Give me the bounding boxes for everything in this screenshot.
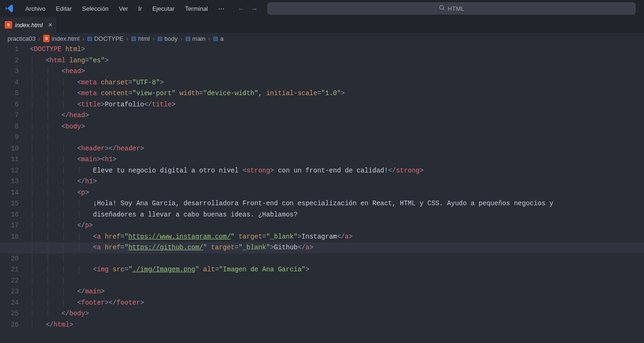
nav-arrows: ← → <box>237 5 258 13</box>
svg-line-1 <box>443 9 444 10</box>
code-line[interactable]: │ <html lang="es"> <box>30 55 644 67</box>
menu-ir[interactable]: Ir <box>133 3 147 14</box>
menu-seleccion[interactable]: Selección <box>77 3 113 14</box>
code-line[interactable]: │ │ │ │ <img src="./img/Imagem.png" alt=… <box>30 264 644 276</box>
menu-ver[interactable]: Ver <box>114 3 133 14</box>
menu-bar: Archivo Editar Selección Ver Ir Ejecutar… <box>21 3 213 14</box>
code-line[interactable]: │ │ │ </main> <box>30 286 644 298</box>
symbol-icon: ⊟ <box>157 35 163 42</box>
search-icon <box>439 5 445 12</box>
menu-editar[interactable]: Editar <box>51 3 76 14</box>
breadcrumbs: practica03 › 5index.html › ⊟DOCTYPE › ⊟h… <box>0 33 644 44</box>
code-line[interactable]: │ │ │ │ <a href="https://www.instagram.c… <box>30 231 644 243</box>
crumb-main[interactable]: ⊟main <box>185 35 206 42</box>
tab-index-html[interactable]: 5 index.html × <box>0 17 57 33</box>
code-line[interactable]: │ │ │ <p> <box>30 187 644 199</box>
menu-archivo[interactable]: Archivo <box>21 3 50 14</box>
nav-back-icon[interactable]: ← <box>237 5 244 13</box>
command-center-search[interactable]: HTML <box>267 2 636 15</box>
chevron-right-icon: › <box>208 35 210 42</box>
crumb-folder[interactable]: practica03 <box>7 35 36 42</box>
code-line[interactable]: │ │ │ │ <a href="https://github.com/" ta… <box>30 242 644 254</box>
chevron-right-icon: › <box>126 35 128 42</box>
code-line[interactable]: │ │ │ <footer></footer> <box>30 298 644 309</box>
vscode-logo-icon <box>4 3 15 14</box>
menu-terminal[interactable]: Terminal <box>180 3 213 14</box>
chevron-right-icon: › <box>38 35 40 42</box>
code-line[interactable]: │ │ │ <main><h1> <box>30 154 644 165</box>
code-line[interactable]: │ │ <box>30 132 644 143</box>
tab-close-icon[interactable]: × <box>48 21 52 29</box>
code-line[interactable]: │ │ │ <box>30 254 644 265</box>
code-line[interactable]: │ </html> <box>30 320 644 331</box>
tab-label: index.html <box>15 22 43 29</box>
nav-forward-icon[interactable]: → <box>251 5 258 13</box>
crumb-file[interactable]: 5index.html <box>43 35 79 42</box>
symbol-icon: ⊟ <box>185 35 191 42</box>
symbol-icon: ⊟ <box>213 35 218 42</box>
crumb-html[interactable]: ⊟html <box>131 35 150 42</box>
code-line[interactable]: │ │ │ <meta charset="UTF-8"> <box>30 77 644 89</box>
svg-point-0 <box>439 6 443 9</box>
tabs-bar: 5 index.html × <box>0 17 644 33</box>
search-placeholder: HTML <box>448 5 464 12</box>
code-line[interactable]: │ │ </body> <box>30 308 644 320</box>
code-line[interactable]: │ │ │ <header></header> <box>30 143 644 155</box>
code-line[interactable]: <DOCTYPE html> <box>30 44 644 55</box>
html5-icon: 5 <box>5 21 12 29</box>
code-area[interactable]: <DOCTYPE html>│ <html lang="es">│ │ <hea… <box>30 44 644 343</box>
symbol-icon: ⊟ <box>131 35 136 42</box>
crumb-a[interactable]: ⊟a <box>213 35 223 42</box>
code-line[interactable]: │ │ <body> <box>30 121 644 133</box>
code-line[interactable]: │ │ │ </h1> <box>30 176 644 187</box>
chevron-right-icon: › <box>82 35 84 42</box>
code-line[interactable]: │ │ │ │ Eleve tu negocio digital a otro … <box>30 165 644 177</box>
html5-icon: 5 <box>43 35 50 42</box>
code-line[interactable]: │ │ │ │ ¡Hola! Soy Ana García, desarroll… <box>30 198 644 209</box>
code-line[interactable]: │ │ │ <title>Portafolio</title> <box>30 99 644 111</box>
code-line[interactable]: │ │ </head> <box>30 110 644 121</box>
line-gutter: 1234567891011121314151617181920212223242… <box>0 44 30 343</box>
code-line[interactable]: │ │ │ <box>30 276 644 287</box>
symbol-icon: ⊟ <box>87 35 92 42</box>
chevron-right-icon: › <box>153 35 155 42</box>
menu-ejecutar[interactable]: Ejecutar <box>148 3 179 14</box>
code-line[interactable]: │ │ │ │ diseñadores a llevar a cabo buen… <box>30 209 644 221</box>
titlebar: Archivo Editar Selección Ver Ir Ejecutar… <box>0 0 644 17</box>
editor[interactable]: 1234567891011121314151617181920212223242… <box>0 44 644 343</box>
crumb-doctype[interactable]: ⊟DOCTYPE <box>87 35 124 42</box>
code-line[interactable]: │ │ │ </p> <box>30 220 644 231</box>
menu-overflow-icon[interactable]: ⋯ <box>215 3 228 14</box>
code-line[interactable]: │ │ <head> <box>30 66 644 77</box>
code-line[interactable]: │ │ │ <meta content="view-port" width="d… <box>30 88 644 99</box>
chevron-right-icon: › <box>180 35 182 42</box>
crumb-body[interactable]: ⊟body <box>157 35 178 42</box>
